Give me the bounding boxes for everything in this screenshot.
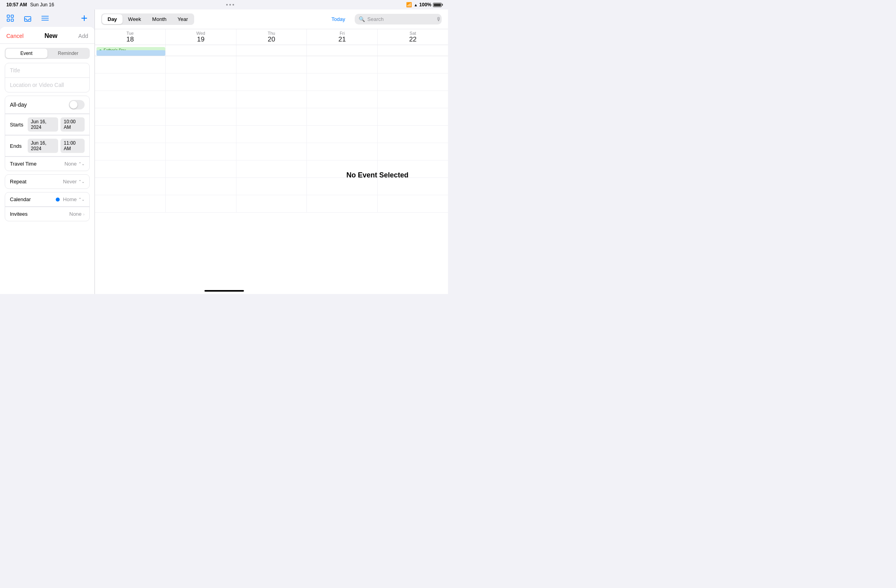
cell-3[interactable]	[236, 178, 307, 195]
segment-reminder[interactable]: Reminder	[47, 49, 89, 58]
cell-2[interactable]	[166, 126, 236, 143]
location-input[interactable]	[10, 82, 85, 88]
view-selector[interactable]: Day Week Month Year	[101, 13, 194, 25]
day-col-thu: Thu 20	[236, 29, 307, 45]
day-col-sat: Sat 22	[378, 29, 448, 45]
menu-dot	[233, 4, 234, 6]
location-field[interactable]	[5, 78, 89, 92]
add-button[interactable]	[79, 13, 90, 24]
cell-3[interactable]	[236, 195, 307, 212]
view-week[interactable]: Week	[123, 14, 147, 24]
cell-1[interactable]	[95, 178, 166, 195]
inbox-icon[interactable]	[22, 13, 33, 24]
view-year[interactable]: Year	[172, 14, 193, 24]
mic-icon[interactable]: 🎙	[436, 16, 441, 22]
grid-icon[interactable]	[5, 13, 16, 24]
cell-4[interactable]	[307, 91, 378, 108]
calendar-days-header: Tue 18 Wed 19 Thu 20 Fri 21	[95, 29, 448, 45]
cell-2[interactable]	[166, 108, 236, 125]
cell-5[interactable]	[378, 56, 448, 73]
cell-4[interactable]	[307, 108, 378, 125]
view-month[interactable]: Month	[147, 14, 172, 24]
cell-2[interactable]	[166, 143, 236, 160]
calendar-label: Calendar	[10, 196, 31, 202]
cell-2[interactable]	[166, 91, 236, 108]
cell-3[interactable]	[236, 108, 307, 125]
day-num-thu: 20	[268, 36, 275, 43]
cell-4[interactable]	[307, 56, 378, 73]
event-type-selector[interactable]: Event Reminder	[5, 48, 90, 59]
cell-3[interactable]	[236, 160, 307, 177]
cell-2[interactable]	[166, 56, 236, 73]
day-name-fri: Fri	[340, 31, 345, 36]
cell-1[interactable]	[95, 143, 166, 160]
starts-date[interactable]: Jun 16, 2024	[28, 117, 58, 132]
cell-3[interactable]	[236, 56, 307, 73]
cell-1[interactable]	[95, 108, 166, 125]
cell-4[interactable]	[307, 195, 378, 212]
battery-icon	[433, 3, 442, 7]
datetime-group: All-day Starts Jun 16, 2024 10:00 AM End…	[5, 96, 90, 171]
time-row-2	[95, 74, 448, 91]
cell-5[interactable]	[378, 126, 448, 143]
battery-percent: 100%	[419, 2, 431, 8]
add-button-form[interactable]: Add	[78, 33, 88, 39]
cell-2[interactable]	[166, 160, 236, 177]
travel-time-chevron: ⌃⌄	[78, 162, 85, 166]
ends-time[interactable]: 11:00 AM	[60, 139, 85, 153]
day-name-thu: Thu	[268, 31, 275, 36]
segment-event[interactable]: Event	[6, 49, 47, 58]
day-col-wed: Wed 19	[166, 29, 236, 45]
all-day-slot-sat	[378, 45, 448, 56]
invitees-value: None	[69, 211, 81, 217]
cell-4[interactable]	[307, 143, 378, 160]
cell-1[interactable]	[95, 195, 166, 212]
travel-time-row[interactable]: Travel Time None ⌃⌄	[5, 157, 89, 171]
ends-date[interactable]: Jun 16, 2024	[28, 139, 58, 153]
starts-time[interactable]: 10:00 AM	[60, 117, 85, 132]
home-bar	[204, 290, 244, 292]
title-field[interactable]	[5, 63, 89, 78]
cell-3[interactable]	[236, 91, 307, 108]
cell-2[interactable]	[166, 195, 236, 212]
time-row-5	[95, 126, 448, 143]
calendar-row[interactable]: Calendar Home ⌃⌄	[5, 192, 89, 207]
cell-1[interactable]	[95, 160, 166, 177]
cell-5[interactable]	[378, 178, 448, 195]
cell-4[interactable]	[307, 126, 378, 143]
cell-5[interactable]	[378, 74, 448, 90]
cell-1[interactable]	[95, 126, 166, 143]
cell-1[interactable]	[95, 91, 166, 108]
cell-4[interactable]	[307, 74, 378, 90]
all-day-slot-tue[interactable]: Father's Day	[95, 45, 166, 56]
cell-2[interactable]	[166, 178, 236, 195]
cell-5[interactable]	[378, 143, 448, 160]
cell-3[interactable]	[236, 126, 307, 143]
all-day-toggle[interactable]	[69, 100, 85, 109]
search-input[interactable]	[367, 16, 434, 22]
cell-5[interactable]	[378, 108, 448, 125]
all-day-slot-thu	[236, 45, 307, 56]
invitees-row[interactable]: Invitees None ›	[5, 207, 89, 221]
all-day-blue-event[interactable]	[96, 50, 165, 56]
cell-3[interactable]	[236, 74, 307, 90]
time-row-6	[95, 143, 448, 160]
view-day[interactable]: Day	[102, 14, 123, 24]
calendar-invitees-group: Calendar Home ⌃⌄ Invitees None ›	[5, 192, 90, 221]
all-day-label: All-day	[10, 102, 27, 108]
cell-1[interactable]	[95, 56, 166, 73]
cell-1[interactable]	[95, 74, 166, 90]
title-input[interactable]	[10, 67, 85, 74]
cell-5[interactable]	[378, 91, 448, 108]
search-bar[interactable]: 🔍 🎙	[355, 14, 442, 24]
cell-4[interactable]	[307, 178, 378, 195]
day-name-tue: Tue	[127, 31, 134, 36]
cell-5[interactable]	[378, 195, 448, 212]
today-button[interactable]: Today	[328, 15, 348, 24]
list-icon[interactable]	[40, 13, 51, 24]
svg-rect-3	[11, 19, 13, 21]
cancel-button[interactable]: Cancel	[6, 33, 24, 39]
cell-2[interactable]	[166, 74, 236, 90]
repeat-row[interactable]: Repeat Never ⌃⌄	[5, 175, 89, 188]
cell-3[interactable]	[236, 143, 307, 160]
